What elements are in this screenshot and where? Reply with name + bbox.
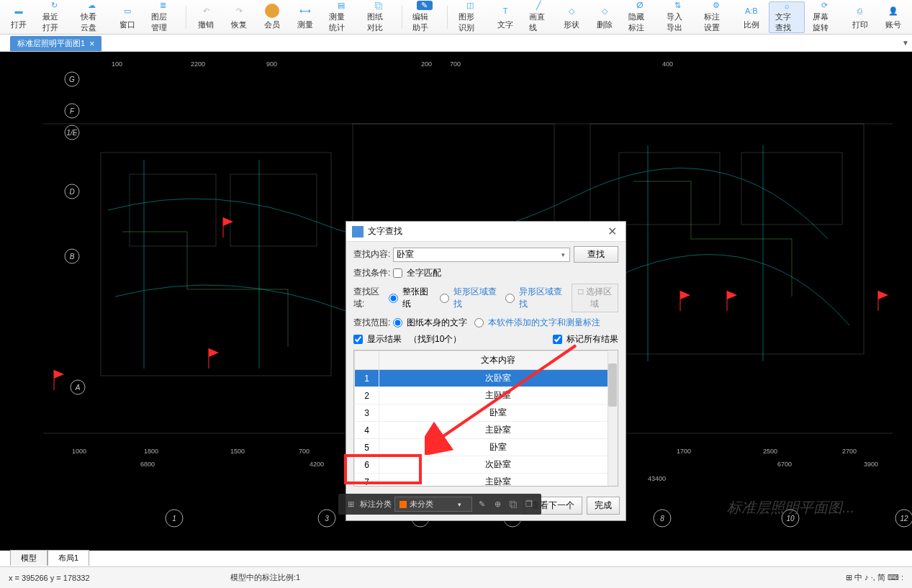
toolbar-label: 打印 bbox=[852, 19, 868, 30]
table-scrollbar[interactable] bbox=[608, 350, 618, 486]
svg-text:1: 1 bbox=[172, 515, 176, 523]
scale-info: 模型中的标注比例:1 bbox=[230, 572, 300, 583]
svg-text:G: G bbox=[69, 76, 75, 83]
full-match-label: 全字匹配 bbox=[407, 267, 441, 279]
model-tab[interactable]: 模型 bbox=[10, 550, 48, 566]
svg-text:4200: 4200 bbox=[310, 461, 324, 468]
result-row[interactable]: 2主卧室 bbox=[355, 387, 618, 404]
toolbar-rotate-button[interactable]: ⟳屏幕旋转 bbox=[806, 1, 843, 33]
toolbar-overflow-icon[interactable]: ▼ bbox=[902, 39, 909, 47]
document-tab[interactable]: 标准层照明平面图1 × bbox=[10, 36, 101, 51]
toolbar-measure-button[interactable]: ⟷测量 bbox=[289, 1, 321, 33]
delete-icon: ◇ bbox=[597, 4, 612, 18]
result-row[interactable]: 3卧室 bbox=[355, 404, 618, 422]
toolbar-layers-button[interactable]: ≣图层管理 bbox=[145, 1, 181, 33]
svg-text:900: 900 bbox=[266, 60, 277, 68]
svg-text:1800: 1800 bbox=[144, 448, 158, 455]
toolbar-label: 打开 bbox=[11, 19, 27, 30]
toolbar-hide-button[interactable]: ⵁ隐藏标注 bbox=[622, 1, 659, 33]
result-row[interactable]: 7主卧室 bbox=[355, 474, 618, 487]
rotate-icon: ⟳ bbox=[818, 1, 832, 10]
toolbar-history-button[interactable]: ↻最近打开 bbox=[36, 1, 73, 33]
toolbar-user-button[interactable]: 👤账号 bbox=[877, 1, 909, 33]
results-table: 文本内容 1次卧室2主卧室3卧室4主卧室5卧室6次卧室7主卧室8卧室 bbox=[353, 350, 618, 487]
toolbar-label: 文字 bbox=[497, 19, 513, 30]
toolbar-folder-button[interactable]: ▬打开 bbox=[3, 1, 35, 33]
annotation-class-select[interactable]: 未分类 ▾ bbox=[394, 497, 472, 512]
search-input[interactable] bbox=[393, 248, 570, 262]
result-row[interactable]: 4主卧室 bbox=[355, 422, 618, 439]
text-search-dialog: 文字查找 ✕ 查找内容: ▾ 查找 查找条件: 全字匹配 查找区域: 整张图纸 … bbox=[346, 221, 626, 521]
toolbar-vip-button[interactable]: V会员 bbox=[256, 1, 288, 33]
svg-text:200: 200 bbox=[421, 60, 432, 68]
edit-icon[interactable]: ✎ bbox=[475, 498, 488, 511]
tab-close-icon[interactable]: × bbox=[89, 39, 94, 49]
text-icon: T bbox=[498, 4, 513, 18]
document-tabs: 标准层照明平面图1 × bbox=[0, 35, 912, 52]
toolbar-undo-button[interactable]: ↶撤销 bbox=[190, 1, 222, 33]
toolbar-ratio-button[interactable]: A:B比例 bbox=[736, 1, 767, 33]
toolbar-label: 形状 bbox=[564, 19, 579, 30]
toolbar-stats-button[interactable]: ▤测量统计 bbox=[322, 1, 359, 33]
toolbar-compare-button[interactable]: ⿻图纸对比 bbox=[361, 1, 397, 33]
result-row[interactable]: 5卧室 bbox=[355, 439, 618, 456]
area-irr-radio[interactable] bbox=[505, 294, 515, 303]
full-match-checkbox[interactable] bbox=[393, 268, 402, 278]
toolbar-print-button[interactable]: ⎙打印 bbox=[844, 1, 876, 33]
toolbar-export-button[interactable]: ⇅导入导出 bbox=[660, 1, 697, 33]
toolbar-window-button[interactable]: ▭窗口 bbox=[112, 1, 143, 33]
recognize-icon: ◫ bbox=[463, 1, 477, 10]
svg-text:F: F bbox=[70, 107, 75, 115]
toolbar-label: 文字查找 bbox=[775, 12, 799, 33]
mark-all-checkbox[interactable] bbox=[553, 335, 562, 344]
result-row[interactable]: 6次卧室 bbox=[355, 456, 618, 474]
toolbar-text-button[interactable]: T文字 bbox=[489, 1, 521, 33]
add-icon[interactable]: ⊕ bbox=[491, 498, 504, 511]
area-rect-label[interactable]: 矩形区域查找 bbox=[453, 286, 499, 310]
paste-icon[interactable]: ❐ bbox=[523, 498, 536, 511]
dialog-icon bbox=[352, 226, 364, 238]
toolbar-recognize-button[interactable]: ◫图形识别 bbox=[452, 1, 489, 33]
area-rect-radio[interactable] bbox=[440, 294, 449, 303]
dialog-close-icon[interactable]: ✕ bbox=[605, 225, 620, 238]
svg-text:3: 3 bbox=[325, 515, 329, 523]
line-icon: ╱ bbox=[531, 1, 546, 10]
drawing-canvas[interactable]: 1002200900 200700400 100018001500 700240… bbox=[0, 52, 912, 551]
svg-text:A: A bbox=[75, 384, 81, 392]
toolbar-label: 图纸对比 bbox=[367, 12, 391, 33]
select-area-button[interactable]: □ 选择区域 bbox=[572, 284, 618, 312]
range-dwg-radio[interactable] bbox=[393, 318, 402, 327]
dialog-titlebar[interactable]: 文字查找 ✕ bbox=[346, 222, 626, 242]
grid-icon[interactable]: ⊞ bbox=[344, 498, 357, 511]
result-row[interactable]: 1次卧室 bbox=[355, 370, 618, 387]
area-all-radio[interactable] bbox=[389, 294, 398, 303]
done-button[interactable]: 完成 bbox=[587, 497, 620, 515]
toolbar-label: 恢复 bbox=[231, 19, 247, 30]
show-results-checkbox[interactable] bbox=[353, 335, 363, 344]
toolbar-redo-button[interactable]: ↷恢复 bbox=[223, 1, 255, 33]
range-label: 查找范围: bbox=[353, 317, 390, 329]
toolbar-label: 导入导出 bbox=[667, 12, 690, 33]
result-count: （找到10个） bbox=[409, 333, 461, 345]
range-add-label[interactable]: 本软件添加的文字和测量标注 bbox=[488, 317, 600, 329]
toolbar-edit-button[interactable]: ✎编辑助手 bbox=[406, 1, 443, 33]
cloud-icon: ☁ bbox=[85, 1, 99, 10]
area-irr-label[interactable]: 异形区域查找 bbox=[519, 286, 564, 310]
svg-text:100: 100 bbox=[112, 60, 122, 68]
toolbar-label: 测量 bbox=[297, 19, 313, 30]
range-add-radio[interactable] bbox=[474, 318, 484, 327]
main-toolbar: ▬打开↻最近打开☁快看云盘▭窗口≣图层管理↶撤销↷恢复V会员⟷测量▤测量统计⿻图… bbox=[0, 0, 912, 35]
toolbar-settings-button[interactable]: ⚙标注设置 bbox=[697, 1, 734, 33]
toolbar-delete-button[interactable]: ◇删除 bbox=[589, 1, 620, 33]
svg-text:D: D bbox=[69, 188, 74, 196]
svg-text:B: B bbox=[70, 253, 75, 261]
search-button[interactable]: 查找 bbox=[574, 246, 618, 263]
toolbar-line-button[interactable]: ╱画直线 bbox=[523, 1, 554, 33]
toolbar-search-button[interactable]: ⌕文字查找 bbox=[769, 1, 805, 33]
toolbar-shape-button[interactable]: ◇形状 bbox=[556, 1, 587, 33]
toolbar-cloud-button[interactable]: ☁快看云盘 bbox=[74, 1, 111, 33]
toolbar-label: 窗口 bbox=[119, 19, 135, 30]
toolbar-label: 比例 bbox=[744, 19, 759, 30]
layout-tab[interactable]: 布局1 bbox=[48, 550, 89, 566]
copy-icon[interactable]: ⿻ bbox=[507, 498, 520, 511]
